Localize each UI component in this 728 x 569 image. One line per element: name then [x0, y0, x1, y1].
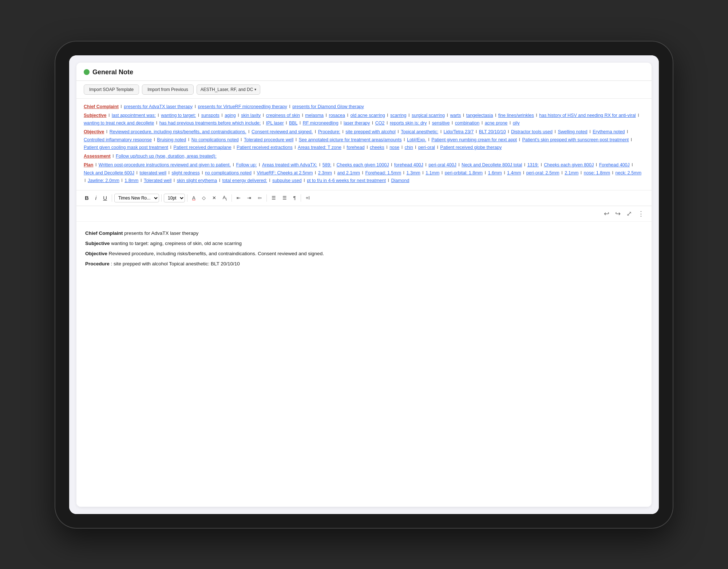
plan-item-10[interactable]: Cheeks each given 800J: [544, 162, 594, 167]
plan-item-3[interactable]: Areas treated with AdvaTX:: [262, 162, 317, 167]
obj-item-7[interactable]: BLT 20/10/10: [479, 129, 506, 134]
font-size-select[interactable]: 10pt 12pt 14pt: [164, 194, 185, 202]
font-family-select[interactable]: Times New Ro... Arial Helvetica: [114, 194, 159, 202]
align-left-button[interactable]: ⇤: [234, 194, 243, 202]
subj-item-26[interactable]: acne prone: [485, 120, 508, 126]
subj-item-4[interactable]: aging: [225, 113, 236, 118]
plan-item-4[interactable]: 589:: [323, 162, 331, 167]
plan-item-24[interactable]: 1.4mm: [507, 170, 521, 175]
plan-item-33[interactable]: total energy delivered:: [222, 178, 267, 183]
plan-item-13[interactable]: tolerated well: [139, 170, 166, 175]
plan-item-34[interactable]: subpulse used: [272, 178, 302, 183]
obj-item-10[interactable]: Erythema noted: [593, 129, 625, 134]
plan-item-28[interactable]: neck: 2.5mm: [616, 170, 642, 175]
subj-item-20[interactable]: RF microneedling: [303, 120, 339, 126]
plan-item-31[interactable]: Tolerated well: [144, 178, 171, 183]
ordered-list-button[interactable]: ☰: [269, 194, 278, 202]
obj-item-16[interactable]: Lot#/Exp.: [407, 137, 426, 142]
obj-item-13[interactable]: No complications noted: [191, 137, 239, 142]
obj-item-20[interactable]: Patient received dermaplane: [174, 145, 232, 150]
import-previous-button[interactable]: Import from Previous: [142, 84, 193, 95]
subj-item-8[interactable]: rosacea: [329, 113, 345, 118]
plan-item-18[interactable]: and 2.1mm: [337, 170, 360, 175]
plan-item-19[interactable]: Forehead: 1.5mm: [365, 170, 401, 175]
subj-item-2[interactable]: wanting to target:: [161, 113, 196, 118]
plan-item-35[interactable]: pt to f/u in 4-6 weeks for next treatmen…: [307, 178, 386, 183]
plan-item-27[interactable]: nose: 1.8mm: [584, 170, 610, 175]
subj-item-12[interactable]: warts: [450, 113, 461, 118]
plan-item-14[interactable]: slight redness: [172, 170, 200, 175]
subj-item-21[interactable]: laser therapy: [344, 120, 370, 126]
plan-item-16[interactable]: VirtueRF: Cheeks at 2.5mm: [257, 170, 313, 175]
obj-item-9[interactable]: Swelling noted: [558, 129, 587, 134]
obj-item-24[interactable]: cheeks: [370, 145, 384, 150]
subj-item-1[interactable]: last appointment was:: [112, 113, 156, 118]
obj-item-5[interactable]: Topical anesthetic:: [401, 129, 438, 134]
template-dropdown[interactable]: AESTH_Laser, RF, and DC ▾: [197, 84, 261, 95]
subj-item-9[interactable]: old acne scarring: [350, 113, 385, 118]
obj-item-4[interactable]: site prepped with alcohol: [345, 129, 396, 134]
plan-item-32[interactable]: skin slight erythema: [177, 178, 217, 183]
plan-item-23[interactable]: 1.6mm: [488, 170, 502, 175]
obj-item-19[interactable]: Patient given cooling mask post treatmen…: [84, 145, 168, 150]
obj-item-27[interactable]: peri-oral: [418, 145, 435, 150]
plan-item-12[interactable]: Neck and Decollete 600J: [84, 170, 134, 175]
plan-item-36[interactable]: Diamond: [391, 178, 409, 183]
plan-item-29[interactable]: Jawline: 2.0mm: [88, 178, 119, 183]
editor-content[interactable]: Chief Complaint presents for AdvaTX lase…: [76, 222, 652, 507]
obj-item-12[interactable]: Bruising noted: [157, 137, 186, 142]
obj-item-8[interactable]: Distractor tools used: [511, 129, 553, 134]
import-soap-button[interactable]: Import SOAP Template: [84, 84, 139, 95]
unordered-list-button[interactable]: ☰: [280, 194, 289, 202]
plan-item-17[interactable]: 2.3mm: [318, 170, 332, 175]
plan-item-20[interactable]: 1.3mm: [407, 170, 420, 175]
plan-item-22[interactable]: peri-orbital: 1.8mm: [445, 170, 483, 175]
plan-item-15[interactable]: no complications noted: [205, 170, 252, 175]
subj-item-14[interactable]: fine lines/wrinkles: [498, 113, 534, 118]
obj-item-28[interactable]: Patient received globe therapy: [440, 145, 502, 150]
subj-item-5[interactable]: skin laxity: [241, 113, 261, 118]
bold-button[interactable]: B: [82, 193, 91, 202]
more-menu-button[interactable]: ⋮: [636, 208, 646, 219]
clear-format-button[interactable]: ✕: [210, 194, 219, 202]
subj-item-27[interactable]: oily: [513, 120, 520, 126]
subj-item-13[interactable]: tangelectasia: [466, 113, 493, 118]
plan-item-6[interactable]: forehead 400J: [394, 162, 423, 167]
plan-item-7[interactable]: peri-oral 400J: [428, 162, 456, 167]
subj-item-6[interactable]: crepiness of skin: [266, 113, 300, 118]
obj-item-21[interactable]: Patient received extractions: [237, 145, 293, 150]
align-center-button[interactable]: ⇥: [245, 194, 254, 202]
obj-item-22[interactable]: Areas treated: T zone: [298, 145, 341, 150]
plan-item-25[interactable]: peri-oral: 2.5mm: [526, 170, 559, 175]
cc-item-3[interactable]: presents for Diamond Glow therapy: [292, 104, 364, 109]
undo-button[interactable]: ↩: [602, 208, 611, 219]
text-size-button[interactable]: Ai: [220, 193, 229, 203]
assess-item-1[interactable]: Follow up/touch up (type, duration, area…: [116, 154, 217, 159]
plan-item-30[interactable]: 1.8mm: [124, 178, 138, 183]
subj-item-24[interactable]: sensitive: [432, 120, 450, 126]
obj-item-25[interactable]: nose: [389, 145, 399, 150]
obj-item-23[interactable]: forehead: [347, 145, 364, 150]
italic-button[interactable]: i: [93, 193, 99, 202]
plan-item-1[interactable]: Written post-procedure instructions revi…: [99, 162, 231, 167]
cc-item-2[interactable]: presents for VirtueRF microneedling ther…: [198, 104, 287, 109]
obj-item-3[interactable]: Procedure:: [318, 129, 340, 134]
subj-item-17[interactable]: has had previous treatments before which…: [159, 120, 261, 126]
plan-item-11[interactable]: Forehead 400J: [599, 162, 630, 167]
subj-item-25[interactable]: combination: [455, 120, 479, 126]
obj-item-1[interactable]: Reviewed procedure, including risks/bene…: [110, 129, 246, 134]
plan-item-2[interactable]: Follow up:: [236, 162, 257, 167]
subj-item-15[interactable]: has history of HSV and needing RX for an…: [539, 113, 636, 118]
obj-item-18[interactable]: Patient's skin prepped with sunscreen po…: [522, 137, 629, 142]
cc-item-1[interactable]: presents for AdvaTX laser therapy: [124, 104, 193, 109]
plan-item-5[interactable]: Cheeks each given 1000J: [337, 162, 389, 167]
subj-item-11[interactable]: surgical scarring: [412, 113, 445, 118]
align-right-button[interactable]: ⇦: [255, 194, 264, 202]
obj-item-11[interactable]: Controlled inflammatory response: [84, 137, 152, 142]
obj-item-2[interactable]: Consent reviewed and signed.: [252, 129, 313, 134]
obj-item-14[interactable]: Tolerated procedure well: [244, 137, 293, 142]
redo-button[interactable]: ↪: [614, 208, 622, 219]
obj-item-26[interactable]: chin: [405, 145, 413, 150]
expand-button[interactable]: ⤢: [625, 208, 633, 219]
obj-item-17[interactable]: Patient given numbing cream for next app…: [431, 137, 517, 142]
